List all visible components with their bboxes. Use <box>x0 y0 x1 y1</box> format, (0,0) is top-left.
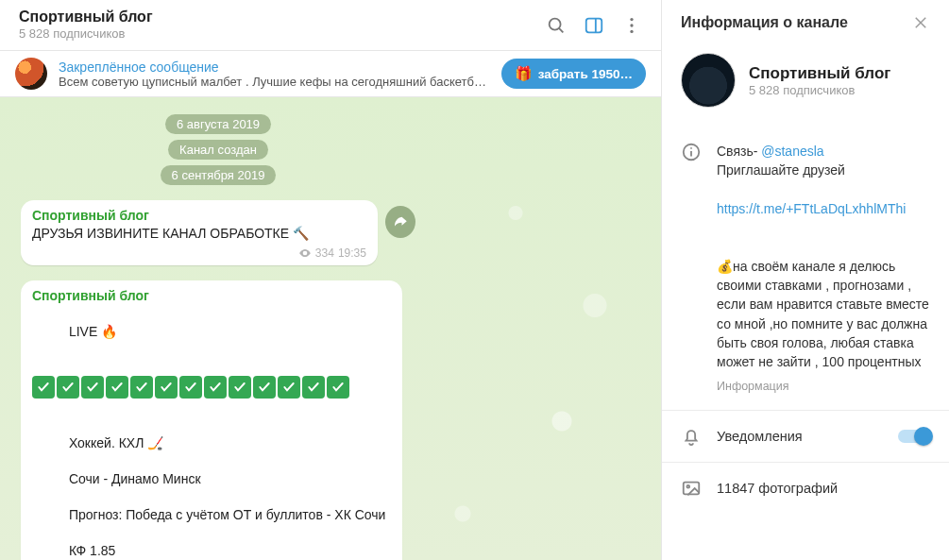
notifications-toggle[interactable] <box>898 430 930 443</box>
views-icon <box>298 246 312 260</box>
svg-point-0 <box>550 18 561 29</box>
header-actions <box>546 15 642 36</box>
invite-text: Приглашайте друзей <box>717 162 845 178</box>
system-message: Канал создан <box>168 140 268 160</box>
gift-icon: 🎁 <box>515 65 533 82</box>
panel-title: Информация о канале <box>681 14 848 31</box>
check-icon <box>179 376 202 399</box>
pinned-text: Закреплённое сообщение Всем советую цупи… <box>59 59 490 89</box>
pinned-action-button[interactable]: 🎁 забрать 1950… <box>501 59 646 89</box>
message-row: Спортивный блог ДРУЗЬЯ ИЗВИНИТЕ КАНАЛ ОБ… <box>21 200 415 265</box>
contact-handle-link[interactable]: @stanesla <box>761 144 823 159</box>
message-line: Прогноз: Победа с учётом ОТ и буллитов -… <box>69 507 385 522</box>
checkmark-row <box>32 376 391 399</box>
invite-link[interactable]: https://t.me/+FTtLaDqLxhhlMThi <box>717 201 906 216</box>
svg-rect-2 <box>586 18 602 32</box>
message-line: Хоккей. КХЛ 🏒 <box>69 435 163 450</box>
pinned-body: Всем советую цуписный малбет . Лучшие ке… <box>59 75 490 89</box>
photos-row[interactable]: 11847 фотографий <box>662 463 949 514</box>
check-icon <box>229 376 251 399</box>
message-time: 19:35 <box>338 246 366 260</box>
share-button[interactable] <box>385 206 415 238</box>
svg-point-4 <box>630 17 633 20</box>
panel-header: Информация о канале <box>662 0 949 43</box>
search-icon[interactable] <box>546 15 567 36</box>
message-bubble[interactable]: Спортивный блог ДРУЗЬЯ ИЗВИНИТЕ КАНАЛ ОБ… <box>21 200 378 265</box>
pinned-avatar <box>15 58 47 90</box>
svg-point-11 <box>690 147 692 149</box>
check-icon <box>204 376 227 399</box>
panel-profile[interactable]: Спортивный блог 5 828 подписчиков <box>662 43 949 127</box>
message-line: КФ 1.85 <box>69 543 115 558</box>
channel-avatar <box>681 53 736 108</box>
messages-area[interactable]: 6 августа 2019 Канал создан 6 сентября 2… <box>0 97 661 560</box>
channel-name: Спортивный блог <box>749 64 890 83</box>
check-icon <box>253 376 276 399</box>
message-views: 334 <box>315 246 334 260</box>
chat-title: Спортивный блог <box>19 8 546 25</box>
svg-point-6 <box>630 29 633 32</box>
bell-icon <box>681 426 702 447</box>
svg-point-5 <box>630 24 633 26</box>
check-icon <box>302 376 325 399</box>
check-icon <box>130 376 153 399</box>
message-bubble[interactable]: Спортивный блог LIVE 🔥 Хоккей. КХЛ 🏒 Соч… <box>21 280 402 560</box>
svg-line-1 <box>559 27 563 31</box>
check-icon <box>278 376 300 399</box>
pinned-message-bar[interactable]: Закреплённое сообщение Всем советую цупи… <box>0 51 661 97</box>
more-icon[interactable] <box>621 15 642 36</box>
channel-description: 💰на своём канале я делюсь своими ставкам… <box>717 259 929 369</box>
check-icon <box>57 376 79 399</box>
channel-info-panel: Информация о канале Спортивный блог 5 82… <box>661 0 949 560</box>
image-icon <box>681 478 702 499</box>
close-icon[interactable] <box>911 13 930 32</box>
check-icon <box>106 376 128 399</box>
message-line: Сочи - Динамо Минск <box>69 471 201 486</box>
check-icon <box>81 376 104 399</box>
check-icon <box>327 376 349 399</box>
message-body: ДРУЗЬЯ ИЗВИНИТЕ КАНАЛ ОБРАБОТКЕ 🔨 <box>32 226 309 241</box>
pinned-title: Закреплённое сообщение <box>59 59 490 75</box>
message-meta: 334 19:35 <box>289 246 366 260</box>
photos-count: 11847 фотографий <box>717 481 838 496</box>
panel-about-body: Связь- @stanesla Приглашайте друзей http… <box>717 142 930 395</box>
message-row: Спортивный блог LIVE 🔥 Хоккей. КХЛ 🏒 Соч… <box>21 280 415 560</box>
pinned-button-label: забрать 1950… <box>538 67 633 81</box>
message-body: LIVE 🔥 Хоккей. КХЛ 🏒 Сочи - Динамо Минск… <box>32 305 391 560</box>
info-icon <box>681 142 702 162</box>
date-separator: 6 сентября 2019 <box>161 165 277 185</box>
chat-subscribers: 5 828 подписчиков <box>19 26 546 42</box>
message-sender: Спортивный блог <box>32 208 366 223</box>
channel-subscribers: 5 828 подписчиков <box>749 83 890 97</box>
panel-about-section: Связь- @stanesla Приглашайте друзей http… <box>662 127 949 410</box>
chat-title-area[interactable]: Спортивный блог 5 828 подписчиков <box>19 8 546 42</box>
svg-point-13 <box>686 484 689 487</box>
sidebar-toggle-icon[interactable] <box>584 15 604 36</box>
contact-prefix: Связь- <box>717 144 757 159</box>
message-sender: Спортивный блог <box>32 288 391 303</box>
check-icon <box>155 376 178 399</box>
info-caption: Информация <box>717 378 930 395</box>
notifications-row: Уведомления <box>662 411 949 462</box>
chat-header: Спортивный блог 5 828 подписчиков <box>0 0 661 51</box>
check-icon <box>32 376 55 399</box>
date-separator: 6 августа 2019 <box>165 114 271 134</box>
notifications-label: Уведомления <box>717 429 883 444</box>
message-line: LIVE 🔥 <box>69 324 117 339</box>
chat-main: Спортивный блог 5 828 подписчиков Закреп… <box>0 0 661 560</box>
